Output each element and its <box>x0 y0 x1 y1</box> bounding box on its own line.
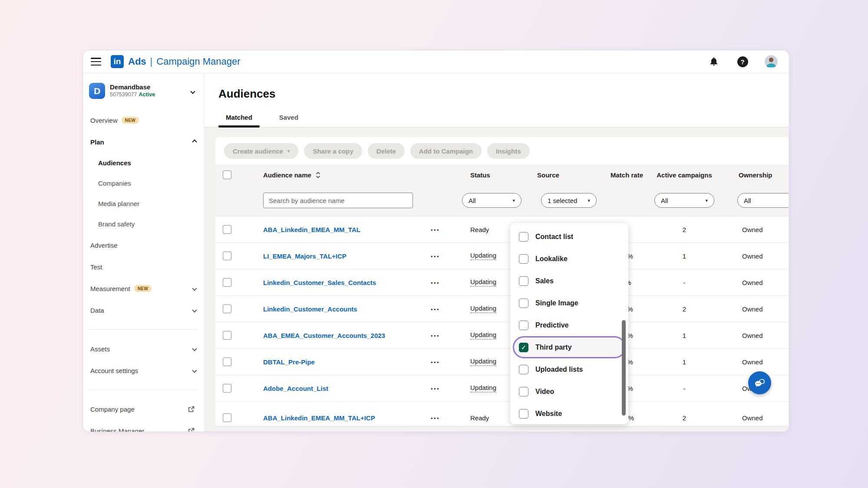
menu-icon[interactable] <box>91 58 101 66</box>
row-overflow-menu-icon[interactable]: ••• <box>431 227 440 233</box>
brand-product: Campaign Manager <box>156 56 240 67</box>
table-row: Adobe_Account_List ••• Updating >90% - O… <box>215 375 789 401</box>
row-checkbox[interactable] <box>223 225 231 234</box>
row-overflow-menu-icon[interactable]: ••• <box>431 333 440 339</box>
dropdown-option-single-image[interactable]: Single Image <box>510 292 628 314</box>
sidebar-item-assets[interactable]: Assets <box>83 338 204 360</box>
sidebar-item-data[interactable]: Data <box>83 299 204 321</box>
chat-fab-button[interactable] <box>748 371 771 394</box>
row-overflow-menu-icon[interactable]: ••• <box>431 306 440 313</box>
sidebar-item-audiences[interactable]: Audiences <box>83 153 204 173</box>
dropdown-option-predictive[interactable]: Predictive <box>510 314 628 336</box>
row-overflow-menu-icon[interactable]: ••• <box>431 253 440 260</box>
dropdown-option-third-party[interactable]: ✓ Third party <box>513 336 626 358</box>
dropdown-option-website[interactable]: Website <box>510 403 628 425</box>
account-id-status: 507539077Active <box>110 92 155 98</box>
audience-name-link[interactable]: Linkedin_Customer_Sales_Contacts <box>263 279 376 286</box>
audience-name-link[interactable]: Adobe_Account_List <box>263 385 328 392</box>
checkbox[interactable] <box>519 409 528 419</box>
main-content: Audiences Matched Saved Create audience▾… <box>205 73 789 432</box>
tab-saved[interactable]: Saved <box>272 114 306 127</box>
dropdown-option-video[interactable]: Video <box>510 380 628 403</box>
audience-name-link[interactable]: ABA_Linkedin_EMEA_MM_TAL <box>263 226 360 233</box>
checkbox[interactable] <box>519 276 528 286</box>
sidebar-item-companies[interactable]: Companies <box>83 173 204 193</box>
share-a-copy-button[interactable]: Share a copy <box>304 143 362 159</box>
row-checkbox[interactable] <box>223 278 231 287</box>
add-to-campaign-button[interactable]: Add to Campaign <box>410 143 482 159</box>
audience-name-link[interactable]: LI_EMEA_Majors_TAL+ICP <box>263 252 347 260</box>
sidebar-item-plan[interactable]: Plan <box>83 131 204 153</box>
row-overflow-menu-icon[interactable]: ••• <box>431 386 440 392</box>
help-icon[interactable]: ? <box>736 55 749 68</box>
dropdown-option-contact-list[interactable]: Contact list <box>510 226 628 248</box>
create-audience-button[interactable]: Create audience▾ <box>224 143 298 159</box>
dropdown-option-lookalike[interactable]: Lookalike <box>510 248 628 270</box>
tab-matched[interactable]: Matched <box>218 114 260 127</box>
dropdown-scrollbar[interactable] <box>622 320 626 416</box>
source-filter-dropdown[interactable]: 1 selected▾ <box>541 193 597 208</box>
account-name: Demandbase <box>110 83 155 92</box>
app-window: in Ads | Campaign Manager ? D Demandbase <box>83 50 789 432</box>
column-header-active-campaigns: Active campaigns <box>647 171 721 179</box>
sidebar: D Demandbase 507539077Active Overview NE… <box>83 73 205 432</box>
row-overflow-menu-icon[interactable]: ••• <box>431 415 440 422</box>
checkbox[interactable] <box>519 254 528 264</box>
audience-name-link[interactable]: ABA_EMEA_Customer_Accounts_2023 <box>263 332 385 339</box>
top-bar: in Ads | Campaign Manager ? <box>83 50 789 73</box>
ownership-filter-dropdown[interactable]: All▾ <box>737 193 789 208</box>
sidebar-item-media-planner[interactable]: Media planner <box>83 193 204 214</box>
column-header-audience-name[interactable]: Audience name <box>263 171 311 179</box>
active-campaigns-filter-dropdown[interactable]: All▾ <box>654 193 714 208</box>
sidebar-item-account-settings[interactable]: Account settings <box>83 360 204 381</box>
sidebar-item-test[interactable]: Test <box>83 256 204 278</box>
table-row: ABA_EMEA_Customer_Accounts_2023 ••• Upda… <box>215 322 789 348</box>
search-input[interactable] <box>263 193 413 208</box>
audience-name-link[interactable]: DBTAL_Pre-Pipe <box>263 358 315 366</box>
checkbox-checked[interactable]: ✓ <box>519 343 528 352</box>
status-filter-dropdown[interactable]: All▾ <box>462 193 521 208</box>
audience-name-link[interactable]: ABA_Linkedin_EMEA_MM_TAL+ICP <box>263 414 375 422</box>
table-filter-row: All▾ 1 selected▾ All▾ All▾ <box>215 185 789 216</box>
table-row: ABA_Linkedin_EMEA_MM_TAL ••• Ready 2 Own… <box>215 216 789 242</box>
delete-button[interactable]: Delete <box>368 143 405 159</box>
sidebar-item-business-manager[interactable]: Business Manager <box>83 420 204 432</box>
checkbox[interactable] <box>519 321 528 330</box>
row-checkbox[interactable] <box>223 357 231 366</box>
row-checkbox[interactable] <box>223 252 231 260</box>
sidebar-item-company-page[interactable]: Company page <box>83 398 204 420</box>
select-all-checkbox[interactable] <box>223 170 231 179</box>
dropdown-option-uploaded-lists[interactable]: Uploaded lists <box>510 358 628 380</box>
checkbox[interactable] <box>519 298 528 308</box>
sidebar-item-measurement[interactable]: Measurement NEW <box>83 278 204 299</box>
row-checkbox[interactable] <box>223 305 231 313</box>
row-checkbox[interactable] <box>223 331 231 340</box>
avatar[interactable] <box>765 55 778 68</box>
external-link-icon <box>188 428 195 432</box>
row-overflow-menu-icon[interactable]: ••• <box>431 359 440 366</box>
insights-button[interactable]: Insights <box>487 143 530 159</box>
audience-name-link[interactable]: Linkedin_Customer_Accounts <box>263 305 357 313</box>
notifications-bell-icon[interactable] <box>707 55 720 68</box>
row-checkbox[interactable] <box>223 384 231 393</box>
checkbox[interactable] <box>519 387 528 396</box>
row-overflow-menu-icon[interactable]: ••• <box>431 280 440 286</box>
table-row: LI_EMEA_Majors_TAL+ICP ••• Updating >90%… <box>215 242 789 269</box>
brand-ads: Ads <box>128 56 146 67</box>
table-row: Linkedin_Customer_Accounts ••• Updating … <box>215 295 789 322</box>
sidebar-divider <box>89 329 198 330</box>
checkbox[interactable] <box>519 365 528 374</box>
sidebar-item-brand-safety[interactable]: Brand safety <box>83 214 204 234</box>
sort-icon[interactable] <box>316 172 320 178</box>
linkedin-logo-icon[interactable]: in <box>111 55 124 68</box>
caret-down-icon: ▾ <box>705 198 708 203</box>
sidebar-item-advertise[interactable]: Advertise <box>83 234 204 256</box>
row-checkbox[interactable] <box>223 413 231 422</box>
content-area: Create audience▾ Share a copy Delete Add… <box>205 128 789 432</box>
dropdown-option-sales[interactable]: Sales <box>510 270 628 292</box>
table-row: DBTAL_Pre-Pipe ••• Updating >90% 1 Owned <box>215 348 789 375</box>
account-switcher[interactable]: D Demandbase 507539077Active <box>83 80 204 103</box>
sidebar-item-overview[interactable]: Overview NEW <box>83 109 204 131</box>
column-header-source: Source <box>524 171 602 179</box>
checkbox[interactable] <box>519 232 528 242</box>
